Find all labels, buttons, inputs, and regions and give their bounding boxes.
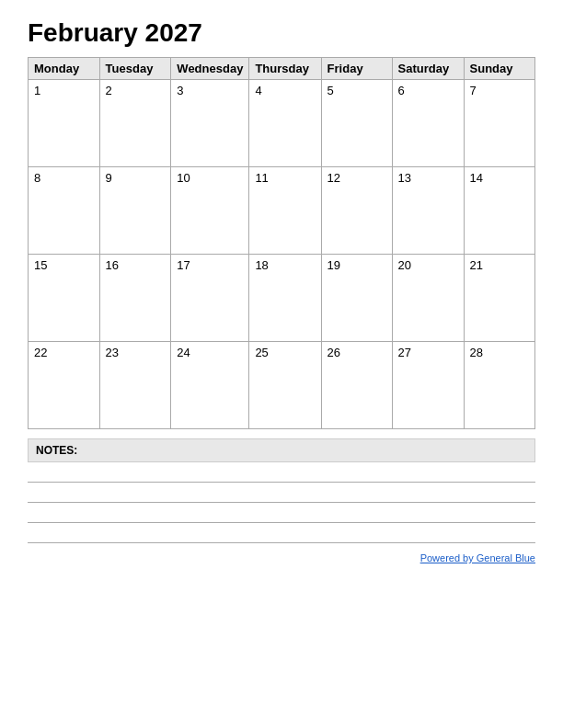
calendar-day-cell: 15 bbox=[29, 255, 100, 342]
calendar-day-cell: 3 bbox=[171, 80, 249, 167]
day-number: 4 bbox=[255, 84, 261, 97]
day-number: 3 bbox=[177, 84, 183, 97]
calendar-day-cell: 21 bbox=[464, 255, 534, 342]
day-number: 27 bbox=[398, 346, 411, 359]
notes-line bbox=[28, 503, 535, 523]
calendar-day-cell: 6 bbox=[392, 80, 464, 167]
day-number: 9 bbox=[106, 171, 112, 185]
weekday-header-wednesday: Wednesday bbox=[171, 58, 249, 80]
notes-line bbox=[28, 523, 535, 543]
weekday-header-monday: Monday bbox=[29, 58, 100, 80]
weekday-header-tuesday: Tuesday bbox=[99, 58, 171, 80]
day-number: 7 bbox=[470, 84, 477, 97]
notes-label: NOTES: bbox=[28, 438, 535, 462]
powered-by-link[interactable]: Powered by General Blue bbox=[420, 552, 535, 563]
day-number: 21 bbox=[470, 258, 483, 272]
calendar-week-row: 1234567 bbox=[29, 80, 535, 167]
weekday-header-sunday: Sunday bbox=[464, 58, 534, 80]
day-number: 19 bbox=[327, 258, 340, 272]
calendar-day-cell: 12 bbox=[321, 167, 392, 255]
calendar-day-cell: 10 bbox=[171, 167, 249, 255]
calendar-day-cell: 26 bbox=[321, 342, 392, 429]
day-number: 24 bbox=[177, 346, 190, 359]
weekday-header-friday: Friday bbox=[321, 58, 392, 80]
calendar-title: February 2027 bbox=[28, 18, 535, 48]
calendar-day-cell: 2 bbox=[99, 80, 171, 167]
calendar-day-cell: 17 bbox=[171, 255, 249, 342]
notes-section: NOTES: bbox=[28, 438, 535, 543]
day-number: 5 bbox=[327, 84, 334, 97]
day-number: 17 bbox=[177, 258, 190, 272]
day-number: 13 bbox=[398, 171, 411, 185]
weekday-header-saturday: Saturday bbox=[392, 58, 464, 80]
calendar-table: MondayTuesdayWednesdayThursdayFridaySatu… bbox=[28, 57, 535, 429]
day-number: 22 bbox=[34, 346, 47, 359]
day-number: 26 bbox=[327, 346, 340, 359]
calendar-week-row: 891011121314 bbox=[29, 167, 535, 255]
calendar-day-cell: 4 bbox=[249, 80, 321, 167]
calendar-day-cell: 22 bbox=[29, 342, 100, 429]
calendar-day-cell: 27 bbox=[392, 342, 464, 429]
weekday-header-thursday: Thursday bbox=[249, 58, 321, 80]
calendar-day-cell: 23 bbox=[99, 342, 171, 429]
footer: Powered by General Blue bbox=[28, 549, 535, 565]
day-number: 15 bbox=[34, 258, 47, 272]
day-number: 18 bbox=[255, 258, 268, 272]
calendar-day-cell: 8 bbox=[29, 167, 100, 255]
day-number: 11 bbox=[255, 171, 268, 185]
calendar-week-row: 22232425262728 bbox=[29, 342, 535, 429]
calendar-day-cell: 5 bbox=[321, 80, 392, 167]
day-number: 2 bbox=[106, 84, 112, 97]
calendar-day-cell: 25 bbox=[249, 342, 321, 429]
calendar-day-cell: 20 bbox=[392, 255, 464, 342]
calendar-day-cell: 1 bbox=[29, 80, 100, 167]
calendar-day-cell: 16 bbox=[99, 255, 171, 342]
day-number: 23 bbox=[106, 346, 119, 359]
day-number: 28 bbox=[470, 346, 483, 359]
calendar-day-cell: 18 bbox=[249, 255, 321, 342]
day-number: 1 bbox=[34, 84, 40, 97]
notes-line bbox=[28, 483, 535, 503]
calendar-week-row: 15161718192021 bbox=[29, 255, 535, 342]
calendar-day-cell: 28 bbox=[464, 342, 534, 429]
day-number: 25 bbox=[255, 346, 268, 359]
calendar-day-cell: 24 bbox=[171, 342, 249, 429]
day-number: 8 bbox=[34, 171, 40, 185]
calendar-day-cell: 7 bbox=[464, 80, 534, 167]
notes-line bbox=[28, 462, 535, 483]
calendar-day-cell: 9 bbox=[99, 167, 171, 255]
weekday-header-row: MondayTuesdayWednesdayThursdayFridaySatu… bbox=[29, 58, 535, 80]
calendar-day-cell: 14 bbox=[464, 167, 534, 255]
day-number: 10 bbox=[177, 171, 190, 185]
day-number: 14 bbox=[470, 171, 483, 185]
calendar-day-cell: 19 bbox=[321, 255, 392, 342]
calendar-day-cell: 13 bbox=[392, 167, 464, 255]
day-number: 12 bbox=[327, 171, 340, 185]
day-number: 16 bbox=[106, 258, 119, 272]
calendar-day-cell: 11 bbox=[249, 167, 321, 255]
day-number: 20 bbox=[398, 258, 411, 272]
day-number: 6 bbox=[398, 84, 405, 97]
